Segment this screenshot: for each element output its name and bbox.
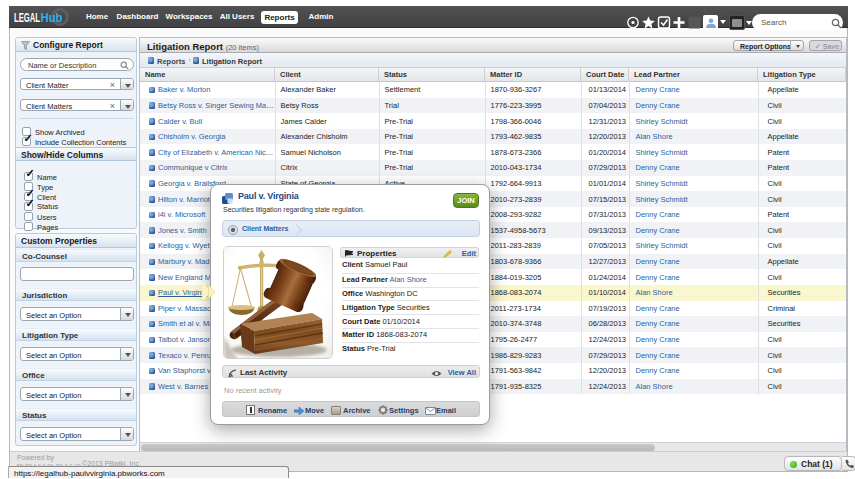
svg-text:Hub: Hub (41, 11, 63, 25)
svg-text:LEGAL: LEGAL (14, 11, 40, 25)
